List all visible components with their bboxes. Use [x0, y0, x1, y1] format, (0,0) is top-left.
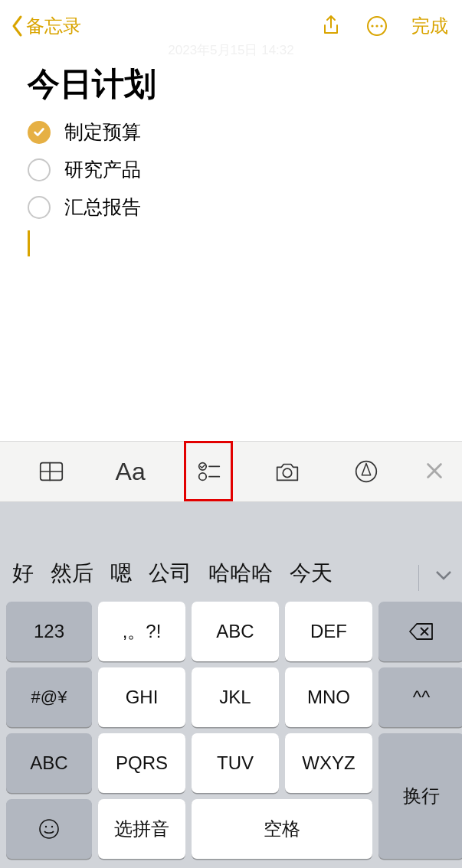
markup-button[interactable]: [352, 457, 381, 486]
close-icon: [424, 460, 445, 481]
markup-icon: [352, 457, 381, 486]
checklist-button[interactable]: [195, 457, 224, 486]
key-tuv[interactable]: TUV: [192, 733, 279, 793]
svg-point-6: [199, 473, 207, 481]
checklist-item[interactable]: 研究产品: [28, 151, 434, 188]
checklist-text[interactable]: 汇总报告: [64, 194, 141, 220]
checklist-item[interactable]: 汇总报告: [28, 188, 434, 226]
emoji-icon: [38, 817, 61, 840]
chevron-left-icon: [11, 15, 25, 38]
space-key[interactable]: 空格: [192, 799, 372, 859]
key-wxyz[interactable]: WXYZ: [285, 733, 372, 793]
key-symbols[interactable]: #@¥: [6, 667, 92, 727]
chevron-down-icon: [433, 564, 454, 586]
divider: [418, 565, 419, 591]
note-timestamp: 2023年5月15日 14:32: [0, 41, 462, 59]
key-def[interactable]: DEF: [285, 602, 372, 661]
format-toolbar: Aa: [0, 441, 462, 502]
candidate-word[interactable]: 然后: [51, 559, 93, 588]
ellipsis-circle-icon: [365, 15, 388, 38]
note-title[interactable]: 今日计划: [28, 63, 434, 106]
svg-point-7: [283, 468, 292, 477]
candidate-word[interactable]: 今天: [290, 559, 333, 588]
svg-point-2: [375, 24, 378, 27]
key-jkl[interactable]: JKL: [192, 667, 279, 727]
backspace-icon: [408, 621, 435, 642]
table-button[interactable]: [37, 457, 66, 486]
checkbox-checked-icon[interactable]: [28, 121, 51, 144]
camera-button[interactable]: [273, 457, 302, 486]
text-format-button[interactable]: Aa: [116, 458, 146, 486]
more-button[interactable]: [365, 15, 388, 38]
key-pqrs[interactable]: PQRS: [98, 733, 185, 793]
back-label: 备忘录: [26, 14, 81, 38]
candidate-word[interactable]: 公司: [149, 559, 192, 588]
svg-point-1: [371, 24, 373, 27]
camera-icon: [273, 457, 302, 486]
checkbox-unchecked-icon[interactable]: [28, 196, 51, 219]
svg-point-3: [380, 24, 382, 27]
table-icon: [37, 457, 66, 486]
key-emoticon[interactable]: ^^: [378, 667, 462, 727]
keyboard: 好 然后 嗯 公司 哈哈哈 今天 123 ,。?! ABC DEF #@¥ GH…: [0, 502, 462, 868]
candidate-word[interactable]: 哈哈哈: [208, 559, 273, 588]
keypad: 123 ,。?! ABC DEF #@¥ GHI JKL MNO ^^ ABC …: [0, 602, 462, 865]
checklist-item[interactable]: 制定预算: [28, 113, 434, 151]
nav-bar: 备忘录 完成 2023年5月15日 14:32: [0, 0, 462, 52]
svg-point-10: [45, 826, 47, 827]
candidate-word[interactable]: 嗯: [110, 559, 132, 588]
key-123[interactable]: 123: [6, 602, 92, 661]
expand-candidates-button[interactable]: [433, 564, 454, 591]
svg-point-11: [51, 826, 53, 827]
checklist-text[interactable]: 制定预算: [64, 119, 141, 145]
emoji-key[interactable]: [6, 799, 92, 859]
backspace-key[interactable]: [378, 602, 462, 661]
checklist-text[interactable]: 研究产品: [64, 157, 141, 182]
key-abc[interactable]: ABC: [192, 602, 279, 661]
candidate-bar: 好 然后 嗯 公司 哈哈哈 今天: [0, 502, 462, 602]
note-body[interactable]: 今日计划 制定预算 研究产品 汇总报告: [0, 52, 462, 256]
dismiss-toolbar-button[interactable]: [405, 455, 450, 488]
checklist-icon: [195, 457, 224, 486]
back-button[interactable]: 备忘录: [11, 14, 81, 38]
key-abc-shift[interactable]: ABC: [6, 733, 92, 793]
pinyin-select-key[interactable]: 选拼音: [98, 799, 185, 859]
key-mno[interactable]: MNO: [285, 667, 372, 727]
candidate-word[interactable]: 好: [12, 559, 34, 588]
key-ghi[interactable]: GHI: [98, 667, 185, 727]
done-button[interactable]: 完成: [411, 14, 448, 38]
share-button[interactable]: [319, 15, 342, 38]
share-icon: [319, 15, 342, 38]
text-cursor: [28, 230, 30, 256]
svg-point-9: [40, 820, 58, 838]
key-punct[interactable]: ,。?!: [98, 602, 185, 661]
checkbox-unchecked-icon[interactable]: [28, 158, 51, 181]
return-key[interactable]: 换行: [378, 733, 462, 859]
